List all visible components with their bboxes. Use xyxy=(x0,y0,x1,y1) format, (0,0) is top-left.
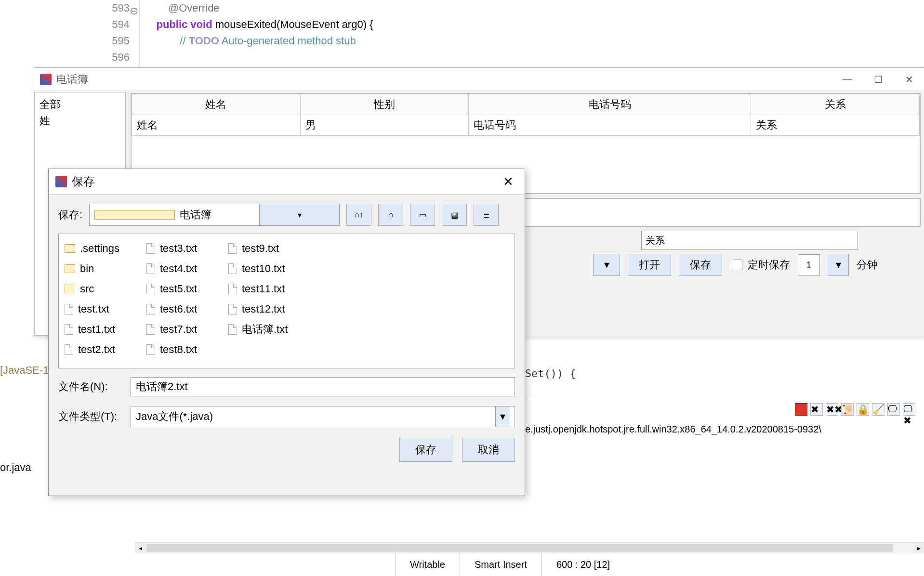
remove-icon[interactable]: ✖ xyxy=(810,403,823,416)
line-gutter: 593⊖ △594 ✎595 596 xyxy=(0,0,140,67)
file-icon xyxy=(146,284,155,294)
file-item[interactable]: test.txt xyxy=(65,301,137,318)
console-text[interactable]: lipse.justj.openjdk.hotspot.jre.full.win… xyxy=(511,424,821,435)
up-folder-button[interactable]: ⌂↑ xyxy=(346,204,371,226)
timed-save-checkbox[interactable]: 定时保存 xyxy=(730,258,790,272)
pin-icon[interactable]: 🔒 xyxy=(857,403,869,416)
file-name: bin xyxy=(80,262,94,275)
file-item[interactable]: test12.txt xyxy=(228,301,301,318)
file-list[interactable]: .settingsbinsrctest.txttest1.txttest2.tx… xyxy=(58,234,515,368)
col-phone[interactable]: 电话号码 xyxy=(469,94,751,115)
file-item[interactable]: test2.txt xyxy=(65,341,137,358)
timed-save-label: 定时保存 xyxy=(748,258,790,272)
scroll-lock-icon[interactable]: 📜 xyxy=(841,403,854,416)
home-button[interactable]: ⌂ xyxy=(378,204,403,226)
file-name: test8.txt xyxy=(160,343,197,356)
file-item[interactable]: test10.txt xyxy=(228,260,301,277)
save-dialog-titlebar[interactable]: 保存 ✕ xyxy=(49,169,525,195)
folder-icon xyxy=(94,210,175,220)
terminate-icon[interactable] xyxy=(795,403,807,416)
new-folder-button[interactable]: ▭ xyxy=(410,204,435,226)
file-name: test6.txt xyxy=(160,303,197,315)
filetype-value: Java文件(*.java) xyxy=(136,409,213,424)
file-item[interactable]: bin xyxy=(65,260,137,277)
table-row[interactable]: 姓名 男 电话号码 关系 xyxy=(132,115,920,136)
lookin-label: 保存: xyxy=(58,208,82,222)
file-item[interactable]: .settings xyxy=(65,240,137,257)
phonebook-titlebar[interactable]: 电话簿 — ☐ ✕ xyxy=(34,68,924,91)
status-cursor: 600 : 20 [12] xyxy=(541,553,624,576)
file-item[interactable]: test6.txt xyxy=(146,301,219,318)
file-icon xyxy=(146,304,155,314)
open-console-icon[interactable]: 🖵✖ xyxy=(903,403,915,416)
file-icon xyxy=(146,324,155,335)
dialog-save-button[interactable]: 保存 xyxy=(399,438,452,462)
chevron-down-icon[interactable]: ▾ xyxy=(495,406,510,427)
file-item[interactable]: test7.txt xyxy=(146,321,219,338)
timed-save-check[interactable] xyxy=(732,260,742,270)
col-name[interactable]: 姓名 xyxy=(132,94,301,115)
filetype-label: 文件类型(T): xyxy=(58,409,121,424)
file-item[interactable]: test9.txt xyxy=(228,240,301,257)
col-gender[interactable]: 性别 xyxy=(300,94,469,115)
file-item[interactable]: test8.txt xyxy=(146,341,219,358)
file-icon xyxy=(65,324,73,335)
scroll-thumb[interactable] xyxy=(146,544,893,552)
display-icon[interactable]: 🖵 xyxy=(887,403,900,416)
file-name: test4.txt xyxy=(160,262,197,275)
file-item[interactable]: test4.txt xyxy=(146,260,219,277)
interval-input[interactable] xyxy=(798,254,820,275)
file-icon xyxy=(228,304,237,314)
code-token: public xyxy=(156,18,187,30)
code-token: // xyxy=(180,35,188,47)
dialog-cancel-button[interactable]: 取消 xyxy=(462,438,515,462)
file-item[interactable]: test1.txt xyxy=(65,321,137,338)
file-item[interactable]: test11.txt xyxy=(228,280,301,298)
file-item[interactable]: 电话簿.txt xyxy=(228,321,301,338)
phonebook-title: 电话簿 xyxy=(56,72,832,87)
save-button[interactable]: 保存 xyxy=(679,254,722,276)
sidebar-item-all[interactable]: 全部 xyxy=(40,97,120,112)
filetype-combo[interactable]: Java文件(*.java) ▾ xyxy=(131,406,515,427)
status-insert: Smart Insert xyxy=(460,553,541,576)
sidebar-item-surname[interactable]: 姓 xyxy=(40,114,120,128)
minimize-button[interactable]: — xyxy=(832,68,863,91)
cell-phone[interactable]: 电话号码 xyxy=(469,115,751,136)
dropdown-button[interactable]: ▾ xyxy=(593,254,620,276)
code-lines[interactable]: @Override public void mouseExited(MouseE… xyxy=(145,0,373,65)
open-button[interactable]: 打开 xyxy=(628,254,671,276)
folder-icon xyxy=(65,285,75,293)
list-view-button[interactable]: ▦ xyxy=(442,204,467,226)
cell-gender[interactable]: 男 xyxy=(300,115,469,136)
scroll-right-icon[interactable]: ▸ xyxy=(913,543,924,553)
status-bar: Writable Smart Insert 600 : 20 [12] xyxy=(135,553,924,576)
cell-relation[interactable]: 关系 xyxy=(751,115,920,136)
maximize-button[interactable]: ☐ xyxy=(863,68,894,91)
file-item[interactable]: test5.txt xyxy=(146,280,219,298)
file-item[interactable]: test3.txt xyxy=(146,240,219,257)
remove-all-icon[interactable]: ✖✖ xyxy=(826,403,838,416)
grid-icon: ▦ xyxy=(451,210,458,220)
cell-name[interactable]: 姓名 xyxy=(132,115,301,136)
code-token: @Override xyxy=(168,2,220,14)
close-icon[interactable]: ✕ xyxy=(499,172,518,191)
code-token: TODO xyxy=(189,35,219,47)
horizontal-scrollbar[interactable]: ◂ ▸ xyxy=(135,542,924,553)
home-icon: ⌂ xyxy=(388,210,393,219)
file-item[interactable]: src xyxy=(65,280,137,298)
scroll-left-icon[interactable]: ◂ xyxy=(135,543,145,553)
lookin-combo[interactable]: 电话簿 ▾ xyxy=(89,204,340,226)
interval-dropdown[interactable]: ▾ xyxy=(828,254,849,276)
relation-input[interactable] xyxy=(641,231,858,250)
close-button[interactable]: ✕ xyxy=(894,68,924,91)
file-name: test11.txt xyxy=(242,283,285,295)
file-name: test2.txt xyxy=(78,343,115,356)
col-relation[interactable]: 关系 xyxy=(751,94,920,115)
clear-icon[interactable]: 🧹 xyxy=(872,403,884,416)
details-view-button[interactable]: ≣ xyxy=(474,204,499,226)
collapse-icon[interactable]: ⊖ xyxy=(128,3,138,13)
save-dialog: 保存 ✕ 保存: 电话簿 ▾ ⌂↑ ⌂ ▭ ▦ ≣ .settingsbinsr… xyxy=(48,169,525,496)
filename-input[interactable] xyxy=(131,377,515,396)
chevron-down-icon[interactable]: ▾ xyxy=(259,204,339,225)
file-icon xyxy=(65,344,73,355)
